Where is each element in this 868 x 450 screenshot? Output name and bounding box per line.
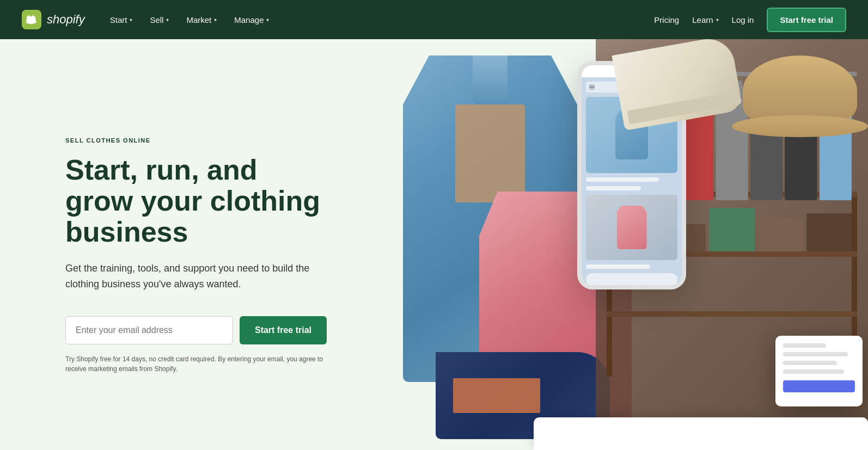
nav-market-chevron-icon: ▾ xyxy=(214,17,217,23)
phone-button-row xyxy=(586,273,677,286)
nav-login-link[interactable]: Log in xyxy=(732,15,754,24)
phone-text-1 xyxy=(586,177,659,182)
navbar: shopify Start ▾ Sell ▾ Market ▾ Manage ▾ xyxy=(0,0,868,39)
phone-text-2 xyxy=(586,186,641,190)
hero-title: Start, run, and grow your clothing busin… xyxy=(65,155,327,248)
hero-form: Start free trial xyxy=(65,316,327,344)
brand-name: shopify xyxy=(47,13,85,27)
shelf-board-3 xyxy=(607,311,857,317)
nav-sell-label: Sell xyxy=(150,15,163,24)
hero-eyebrow: SELL CLOTHES ONLINE xyxy=(65,137,327,144)
nav-manage-label: Manage xyxy=(234,15,264,24)
hero-disclaimer: Try Shopify free for 14 days, no credit … xyxy=(65,354,327,374)
laptop-frame xyxy=(534,417,868,450)
hero-content: SELL CLOTHES ONLINE Start, run, and grow… xyxy=(0,39,370,450)
logo-link[interactable]: shopify xyxy=(22,10,85,29)
checkout-line-2 xyxy=(783,352,848,356)
nav-manage-chevron-icon: ▾ xyxy=(266,17,269,23)
phone-jacket-mini-2 xyxy=(617,206,647,249)
hat-image xyxy=(732,39,868,137)
nav-market-label: Market xyxy=(186,15,211,24)
nav-item-market[interactable]: Market ▾ xyxy=(179,11,224,29)
navbar-right: Pricing Learn ▾ Log in Start free trial xyxy=(654,8,846,32)
checkout-button-mini xyxy=(783,380,855,392)
navbar-left: shopify Start ▾ Sell ▾ Market ▾ Manage ▾ xyxy=(22,10,654,29)
nav-pricing-label: Pricing xyxy=(654,15,679,24)
nav-items: Start ▾ Sell ▾ Market ▾ Manage ▾ xyxy=(102,11,277,29)
nav-pricing-link[interactable]: Pricing xyxy=(654,15,679,24)
nav-cta-button[interactable]: Start free trial xyxy=(767,8,846,32)
phone-product-2 xyxy=(586,195,677,260)
nav-learn-label: Learn xyxy=(692,15,713,24)
shopify-logo-icon xyxy=(22,10,41,29)
email-input[interactable] xyxy=(65,316,233,344)
hero-subtitle: Get the training, tools, and support you… xyxy=(65,261,327,292)
phone-menu-icon xyxy=(589,85,595,90)
checkout-line-1 xyxy=(783,343,826,348)
hat-brim xyxy=(732,115,868,137)
nav-learn-link[interactable]: Learn ▾ xyxy=(692,15,718,24)
phone-text-3 xyxy=(586,264,650,269)
nav-sell-chevron-icon: ▾ xyxy=(166,17,169,23)
nav-start-chevron-icon: ▾ xyxy=(130,17,132,23)
nav-item-manage[interactable]: Manage ▾ xyxy=(227,11,277,29)
nav-learn-chevron-icon: ▾ xyxy=(716,17,719,23)
checkout-card xyxy=(775,336,863,406)
nav-start-label: Start xyxy=(110,15,127,24)
nav-item-sell[interactable]: Sell ▾ xyxy=(142,11,176,29)
checkout-line-4 xyxy=(783,369,844,374)
hero-cta-button[interactable]: Start free trial xyxy=(240,316,327,344)
checkout-line-3 xyxy=(783,361,837,365)
nav-login-label: Log in xyxy=(732,15,754,24)
hero-section: SELL CLOTHES ONLINE Start, run, and grow… xyxy=(0,39,868,450)
nav-item-start[interactable]: Start ▾ xyxy=(102,11,140,29)
hero-image-area xyxy=(370,39,868,450)
